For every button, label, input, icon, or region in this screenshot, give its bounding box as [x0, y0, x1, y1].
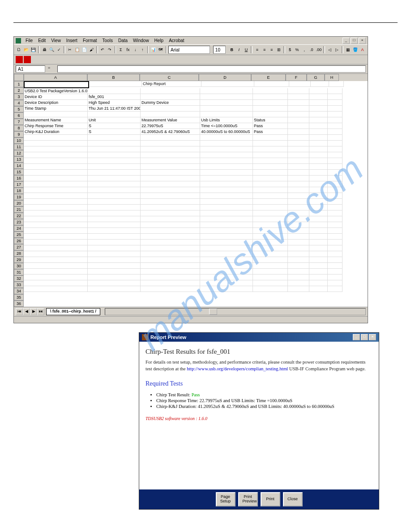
cell-E30[interactable] [253, 251, 288, 257]
cell-G2[interactable] [309, 88, 328, 94]
cell-D7[interactable]: Usb Limits [200, 117, 253, 123]
horizontal-scrollbar[interactable] [105, 308, 366, 315]
cell-E18[interactable] [253, 181, 288, 187]
cell-E13[interactable] [253, 152, 288, 158]
cell-E20[interactable] [253, 193, 288, 199]
cell-D33[interactable] [200, 269, 253, 275]
row-header-5[interactable]: 5 [14, 106, 24, 112]
row-header-27[interactable]: 27 [14, 244, 24, 250]
cell-E23[interactable] [253, 210, 288, 216]
row-header-19[interactable]: 19 [14, 194, 24, 200]
cell-F3[interactable] [288, 94, 309, 100]
cell-G21[interactable] [309, 199, 328, 205]
cell-E5[interactable] [253, 106, 288, 112]
cell-C6[interactable] [141, 112, 200, 117]
cell-H22[interactable] [328, 205, 342, 210]
cell-D17[interactable] [200, 176, 253, 181]
cell-F34[interactable] [288, 275, 309, 280]
row-header-13[interactable]: 13 [14, 156, 24, 163]
preview-icon[interactable]: 🔍 [48, 46, 55, 54]
cell-F11[interactable] [288, 141, 309, 146]
cell-E22[interactable] [253, 205, 288, 210]
cell-E10[interactable] [253, 135, 288, 141]
cell-H35[interactable] [328, 280, 342, 286]
cell-A11[interactable] [24, 141, 88, 146]
cell-D2[interactable] [200, 88, 253, 94]
cell-E12[interactable] [253, 146, 288, 152]
cell-C10[interactable] [141, 135, 200, 141]
cell-H32[interactable] [328, 263, 342, 269]
cell-B36[interactable] [88, 286, 141, 292]
cell-A23[interactable] [24, 210, 88, 216]
cell-E8[interactable]: Pass [253, 123, 288, 129]
report-link[interactable]: http://www.usb.org/developers/complian_t… [187, 366, 288, 371]
cell-A34[interactable] [24, 275, 88, 280]
cell-G4[interactable] [309, 100, 328, 106]
cell-A32[interactable] [24, 263, 88, 269]
cell-E25[interactable] [253, 222, 288, 228]
cell-E4[interactable] [253, 100, 288, 106]
cell-B31[interactable] [88, 257, 141, 263]
cell-A29[interactable] [24, 245, 88, 251]
cell-F4[interactable] [288, 100, 309, 106]
cell-D27[interactable] [200, 234, 253, 240]
cell-A19[interactable] [24, 187, 88, 193]
minimize-button[interactable]: _ [342, 38, 350, 44]
row-header-7[interactable]: 7 [14, 119, 24, 125]
cell-H20[interactable] [328, 193, 342, 199]
tab-nav-first-icon[interactable]: ⏮ [16, 308, 23, 315]
cell-F13[interactable] [288, 152, 309, 158]
row-header-8[interactable]: 8 [14, 125, 24, 131]
cell-A10[interactable] [24, 135, 88, 141]
cell-A1[interactable] [24, 81, 89, 88]
cell-C24[interactable] [141, 216, 200, 222]
map-icon[interactable]: 🗺 [157, 46, 164, 54]
copy-icon[interactable]: 📋 [74, 46, 81, 54]
cell-E1[interactable] [254, 81, 289, 87]
sum-icon[interactable]: Σ [117, 46, 124, 54]
cell-B15[interactable] [88, 164, 141, 170]
cell-H36[interactable] [328, 286, 342, 292]
cell-H12[interactable] [328, 146, 342, 152]
cell-H9[interactable] [328, 129, 342, 135]
col-header-B[interactable]: B [87, 74, 140, 81]
cell-B29[interactable] [88, 245, 141, 251]
cell-D36[interactable] [200, 286, 253, 292]
row-header-4[interactable]: 4 [14, 100, 24, 106]
cell-G34[interactable] [309, 275, 328, 280]
cell-F16[interactable] [288, 170, 309, 176]
cell-B5[interactable]: Thu Jun 21 11:47:00 IST 2001 [88, 106, 141, 112]
cell-E11[interactable] [253, 141, 288, 146]
cell-H34[interactable] [328, 275, 342, 280]
maximize-button[interactable]: □ [351, 38, 358, 44]
cell-F6[interactable] [288, 112, 309, 117]
cell-B32[interactable] [88, 263, 141, 269]
cell-A36[interactable] [24, 286, 88, 292]
cell-A27[interactable] [24, 234, 88, 240]
cell-C22[interactable] [141, 205, 200, 210]
cell-F32[interactable] [288, 263, 309, 269]
cell-F5[interactable] [288, 106, 309, 112]
cell-A9[interactable]: Chirp-K&J Duration [24, 129, 88, 135]
cell-B2[interactable] [88, 88, 141, 94]
cell-A2[interactable]: USB2.0 Test PackageVersion 1.6.0 [24, 88, 88, 94]
cell-C31[interactable] [141, 257, 200, 263]
cell-B11[interactable] [88, 141, 141, 146]
fill-color-icon[interactable]: 🪣 [352, 46, 359, 54]
cell-C26[interactable] [141, 228, 200, 234]
cell-B25[interactable] [88, 222, 141, 228]
open-icon[interactable]: 📂 [23, 46, 30, 54]
cell-A24[interactable] [24, 216, 88, 222]
cell-G18[interactable] [309, 181, 328, 187]
undo-icon[interactable]: ↶ [99, 46, 106, 54]
cell-H5[interactable] [328, 106, 342, 112]
cell-E14[interactable] [253, 158, 288, 164]
cell-E7[interactable]: Status [253, 117, 288, 123]
cell-F28[interactable] [288, 240, 309, 245]
cell-F19[interactable] [288, 187, 309, 193]
cell-H17[interactable] [328, 176, 342, 181]
cell-E31[interactable] [253, 257, 288, 263]
cell-E35[interactable] [253, 280, 288, 286]
cell-D21[interactable] [200, 199, 253, 205]
indent-inc-icon[interactable]: ▷ [334, 46, 340, 54]
